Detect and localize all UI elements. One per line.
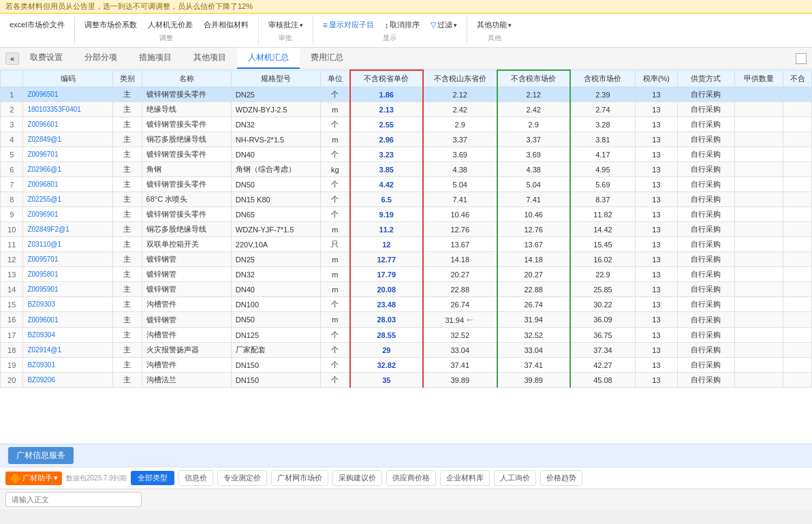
tab-cedingjia[interactable]: 专业测定价 [217,470,267,486]
cell-price1: 2.13 [350,102,423,117]
cell-name: 镀锌钢管接头零件 [142,87,231,102]
cell-qty [734,297,783,312]
cell-tax: 13 [635,102,677,117]
cell-price4: 2.74 [570,102,635,117]
cell-spec: DN32 [231,267,320,282]
merge-similar-btn[interactable]: 合并相似材料 [200,18,253,32]
tab-caigou[interactable]: 采购建议价 [332,470,382,486]
adjust-market-coeff-btn[interactable]: 调整市场价系数 [80,18,141,32]
cell-price4: 3.28 [570,117,635,132]
header-supply: 供货方式 [678,70,735,87]
cell-spec: 220V,10A [231,237,320,252]
cell-num: 19 [1,358,23,373]
top-checkbox[interactable] [796,53,807,64]
cell-price2: 12.76 [423,222,497,237]
bottom-bar: 广材信息服务 [0,444,812,467]
tab-fenbufenxiang[interactable]: 分部分项 [74,48,128,69]
cell-price2: 33.04 [423,343,497,358]
filter-btn[interactable]: ▽ 过滤 [426,18,461,32]
cell-name: 镀锌钢管接头零件 [142,147,231,162]
no-price-diff-btn[interactable]: 人材机无价差 [144,18,197,32]
tab-qufei[interactable]: 取费设置 [19,48,74,69]
cell-price1: 12 [350,237,423,252]
cell-type: 主 [112,222,142,237]
cell-extra [783,237,812,252]
cell-price2: 22.88 [423,282,497,297]
cell-code: Z0095901 [23,282,112,297]
cell-price1: 17.79 [350,267,423,282]
cell-num: 16 [1,312,23,328]
tab-xinxi[interactable]: 信息价 [178,470,213,486]
service-btn[interactable]: 广材信息服务 [8,447,74,464]
cell-qty [734,102,783,117]
cell-tax: 13 [635,328,677,343]
cell-code: BZ09301 [23,358,112,373]
cell-price1: 35 [350,373,423,388]
cell-price3: 22.88 [497,282,570,297]
tab-rencai[interactable]: 人材机汇总 [237,48,300,69]
cell-supply: 自行采购 [678,267,735,282]
tab-rengong[interactable]: 人工询价 [494,470,536,486]
cell-num: 2 [1,102,23,117]
review-btn[interactable]: 审核批注 [264,18,307,32]
cell-price1: 28.55 [350,328,423,343]
table-row: 3 Z0096601 主 镀锌钢管接头零件 DN32 个 2.55 2.9 2.… [1,117,812,132]
cell-extra [783,222,812,237]
all-type-btn[interactable]: 全部类型 [131,471,174,485]
cell-price4: 3.81 [570,132,635,147]
show-sub-btn[interactable]: ≡ 显示对应子目 [319,18,378,32]
cell-price3: 37.41 [497,358,570,373]
cell-supply: 自行采购 [678,252,735,267]
cell-unit: m [321,267,350,282]
cell-price4: 2.39 [570,87,635,102]
cell-num: 18 [1,343,23,358]
other-func-btn[interactable]: 其他功能 [473,18,516,32]
cell-price1: 2.55 [350,117,423,132]
cell-num: 20 [1,373,23,388]
cell-price1: 28.03 [350,312,423,328]
cell-name: 镀锌钢管 [142,282,231,297]
cell-price2: 20.27 [423,267,497,282]
cell-price2: 3.37 [423,132,497,147]
header-price2: 不含税山东省价 [423,70,497,87]
cell-qty [734,162,783,177]
tab-qita[interactable]: 其他项目 [183,48,237,69]
cell-code: Z0096801 [23,177,112,192]
cell-price2: 13.67 [423,237,497,252]
cell-price4: 42.27 [570,358,635,373]
cell-code: Z0095701 [23,252,112,267]
cell-price3: 39.89 [497,373,570,388]
header-num [1,70,23,87]
dropdown-arrow[interactable]: ▾ [54,474,58,482]
cell-code: Z02849@1 [23,132,112,147]
cell-tax: 13 [635,267,677,282]
table-row: 11 Z03110@1 主 双联单控箱开关 220V,10A 只 12 13.6… [1,237,812,252]
cell-price2: 10.46 [423,207,497,222]
cell-extra [783,267,812,282]
cancel-sort-btn[interactable]: ↕ 取消排序 [381,18,424,32]
tab-cuoshi[interactable]: 措施项目 [128,48,183,69]
cell-num: 12 [1,252,23,267]
collapse-btn[interactable]: « [5,52,19,65]
header-tax: 税率(%) [635,70,677,87]
cell-name: 角钢 [142,162,231,177]
cell-qty [734,358,783,373]
cell-num: 7 [1,177,23,192]
excel-market-btn[interactable]: excel市场价文件 [5,18,69,32]
cell-extra [783,328,812,343]
text-input[interactable] [5,492,142,507]
cell-price1: 3.85 [350,162,423,177]
cell-name: 火灾报警扬声器 [142,343,231,358]
tab-wangchangjia[interactable]: 广材网市场价 [271,470,328,486]
table-row: 9 Z0096901 主 镀锌钢管接头零件 DN65 个 9.19 10.46 … [1,207,812,222]
cell-name: 镀锌钢管接头零件 [142,207,231,222]
filter-icon: ▽ [431,20,436,29]
cell-extra [783,252,812,267]
tab-qushi[interactable]: 价格趋势 [540,470,582,486]
tab-feiyong[interactable]: 费用汇总 [300,48,354,69]
cell-supply: 自行采购 [678,282,735,297]
cell-qty [734,343,783,358]
tab-gongyingshang[interactable]: 供应商价格 [386,470,436,486]
cell-extra [783,312,812,328]
tab-qiye[interactable]: 企业材料库 [440,470,490,486]
